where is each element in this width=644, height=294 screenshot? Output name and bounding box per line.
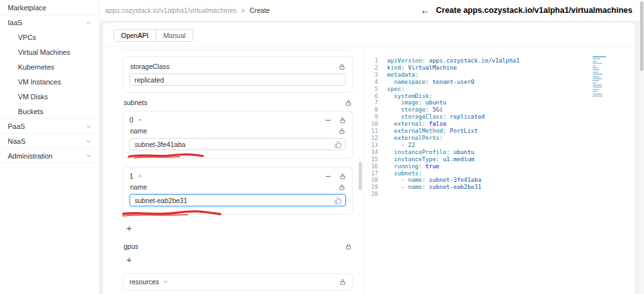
resources-collapse[interactable]: resources — [122, 273, 353, 290]
sidebar-item-label: Kubernetes — [18, 63, 54, 71]
topbar: apps.cozystack.io/v1alpha1/virtualmachin… — [100, 0, 644, 21]
sidebar-group-label: NaaS — [8, 137, 26, 145]
code-line: 15 instanceType: u1.medium — [364, 156, 635, 163]
lock-icon[interactable] — [339, 117, 346, 124]
form-scroll-region: storageClass subnets — [122, 47, 353, 294]
sidebar-item-buckets[interactable]: Buckets — [0, 104, 99, 119]
sidebar-item-vm-instances[interactable]: VM Instances — [0, 74, 99, 89]
sidebar-item-vm-disks[interactable]: VM Disks — [0, 89, 99, 104]
section-label: subnets — [124, 99, 147, 106]
sidebar-item-kubernetes[interactable]: Kubernetes — [0, 59, 99, 74]
lock-icon[interactable] — [339, 173, 346, 180]
subnet-item-1-collapse-toggle[interactable]: 1 — [129, 172, 142, 180]
tab-bar: OpenAPI Manual — [103, 23, 635, 47]
add-subnet-button[interactable]: + — [126, 223, 132, 233]
form-scrollbar-thumb[interactable] — [359, 162, 362, 190]
code-line: 10 external: false — [364, 121, 635, 128]
chevron-down-icon — [163, 279, 168, 284]
window-scrollbar — [639, 0, 644, 294]
subnets-section-header: subnets — [124, 99, 352, 106]
sidebar-group-label: IaaS — [8, 19, 23, 26]
thumbs-up-icon[interactable] — [334, 197, 342, 204]
breadcrumb: apps.cozystack.io/v1alpha1/virtualmachin… — [105, 6, 270, 14]
subnet-item-0: 0 name — [122, 111, 353, 159]
red-scribble-annotation — [127, 151, 205, 161]
code-line: 9 storageClass: replicated — [364, 113, 635, 121]
editor-minimap[interactable] — [592, 56, 611, 100]
section-label: gpus — [124, 242, 138, 250]
tab-manual[interactable]: Manual — [156, 30, 193, 41]
breadcrumb-root[interactable]: apps.cozystack.io/v1alpha1/virtualmachin… — [105, 6, 236, 14]
sidebar-item-label: VM Disks — [18, 93, 48, 101]
lock-icon[interactable] — [339, 128, 345, 135]
code-line: 17 subnets: — [364, 170, 635, 177]
chevron-up-icon — [137, 173, 142, 179]
breadcrumb-separator: > — [241, 6, 245, 14]
field-label: name — [130, 127, 147, 135]
code-line: 8 storage: 5Gi — [364, 106, 635, 113]
sidebar-item-label: Marketplace — [8, 4, 46, 12]
code-line: 14 instanceProfile: ubuntu — [364, 149, 635, 156]
thumbs-up-icon[interactable] — [334, 141, 342, 148]
page-title: Create apps.cozystack.io/v1alpha1/virtua… — [436, 6, 632, 15]
lock-icon[interactable] — [345, 99, 352, 106]
sidebar-group-naas[interactable]: NaaS — [0, 133, 99, 148]
sidebar-group-label: PaaS — [8, 122, 25, 130]
field-storageclass: storageClass — [122, 56, 353, 93]
sidebar-group-administration[interactable]: Administration — [0, 148, 99, 163]
storageclass-input[interactable] — [129, 74, 346, 86]
split-panes: storageClass subnets — [103, 47, 635, 294]
lock-icon[interactable] — [339, 279, 346, 286]
subnet-name-input-0[interactable] — [129, 138, 346, 150]
lock-icon[interactable] — [339, 184, 345, 191]
code-line: 16 running: true — [364, 163, 635, 170]
remove-item-icon[interactable] — [325, 117, 332, 124]
back-arrow-icon[interactable]: ← — [421, 6, 430, 15]
sidebar-item-label: VM Instances — [18, 78, 61, 86]
sidebar: Marketplace IaaS VPCs Virtual Machines K… — [0, 0, 100, 294]
subnet-name-input-1[interactable] — [129, 194, 346, 206]
subnet-item-index: 0 — [129, 116, 133, 124]
form-pane: storageClass subnets — [103, 47, 363, 294]
red-scribble-annotation — [122, 208, 223, 219]
field-label: storageClass — [130, 63, 169, 70]
main-area: apps.cozystack.io/v1alpha1/virtualmachin… — [100, 0, 644, 294]
gpus-section-header: gpus — [124, 242, 352, 250]
app-window: Marketplace IaaS VPCs Virtual Machines K… — [0, 0, 644, 294]
yaml-editor[interactable]: 1apiVersion: apps.cozystack.io/v1alpha12… — [363, 47, 635, 294]
window-scrollbar-thumb[interactable] — [640, 1, 643, 71]
chevron-down-icon — [86, 124, 91, 130]
chevron-down-icon — [86, 139, 91, 144]
chevron-up-icon — [137, 117, 142, 122]
add-gpu-button[interactable]: + — [126, 255, 132, 264]
sidebar-group-paas[interactable]: PaaS — [0, 119, 99, 133]
sidebar-item-vpcs[interactable]: VPCs — [0, 30, 99, 44]
chevron-up-icon — [86, 20, 91, 26]
sidebar-group-label: Administration — [8, 152, 53, 160]
subnet-item-0-collapse-toggle[interactable]: 0 — [129, 116, 142, 124]
sidebar-item-label: Virtual Machines — [18, 48, 70, 56]
lock-icon[interactable] — [345, 243, 352, 250]
sidebar-item-marketplace[interactable]: Marketplace — [0, 0, 99, 15]
tab-segment-control: OpenAPI Manual — [113, 29, 193, 42]
subnet-item-index: 1 — [129, 172, 133, 180]
form-scrollbar — [357, 47, 363, 294]
sidebar-item-virtual-machines[interactable]: Virtual Machines — [0, 44, 99, 59]
breadcrumb-current: Create — [249, 6, 270, 14]
remove-item-icon[interactable] — [325, 173, 332, 180]
subnet-item-1: 1 name — [122, 167, 353, 215]
lock-icon[interactable] — [339, 63, 345, 70]
code-line: 18 - name: subnet-3fe41aba — [364, 177, 635, 184]
page-head: ← Create apps.cozystack.io/v1alpha1/virt… — [421, 6, 632, 15]
sidebar-item-label: VPCs — [18, 34, 36, 41]
section-label: resources — [129, 278, 159, 286]
content-area: OpenAPI Manual — [100, 21, 644, 294]
chevron-down-icon — [86, 153, 91, 159]
sidebar-group-iaas[interactable]: IaaS — [0, 15, 99, 30]
create-form-card: OpenAPI Manual — [103, 23, 635, 294]
code-line: 13 - 22 — [364, 142, 635, 149]
code-line: 20 — [364, 191, 635, 198]
tab-openapi[interactable]: OpenAPI — [114, 30, 156, 41]
code-line: 19 - name: subnet-eab2be31 — [364, 184, 635, 191]
code-line: 12 externalPorts: — [364, 135, 635, 142]
